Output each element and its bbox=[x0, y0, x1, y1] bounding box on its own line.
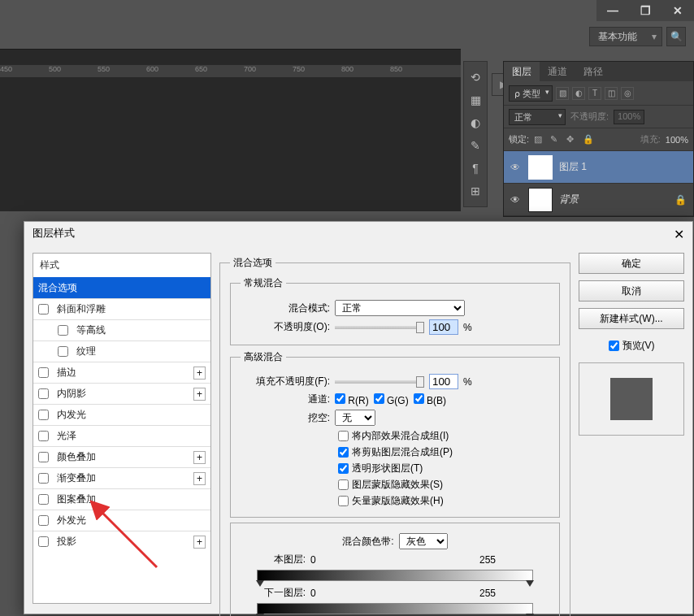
layer-item-background[interactable]: 👁 背景 🔒 bbox=[504, 184, 693, 216]
visibility-icon[interactable]: 👁 bbox=[510, 162, 522, 173]
style-inner-shadow[interactable]: 内阴影+ bbox=[33, 383, 210, 404]
add-stroke-button[interactable]: + bbox=[193, 367, 206, 380]
visibility-icon[interactable]: 👁 bbox=[510, 194, 522, 206]
channel-b-checkbox[interactable] bbox=[414, 393, 424, 404]
style-color-overlay[interactable]: 颜色叠加+ bbox=[33, 446, 210, 467]
ok-button[interactable]: 确定 bbox=[579, 253, 684, 274]
blend-if-select[interactable]: 灰色 bbox=[399, 533, 448, 549]
blend-mode-select[interactable]: 正常 bbox=[509, 109, 566, 125]
style-drop-shadow[interactable]: 投影+ bbox=[33, 531, 210, 552]
style-inner-glow-checkbox[interactable] bbox=[38, 410, 49, 420]
tab-channels[interactable]: 通道 bbox=[540, 62, 575, 81]
style-blend-options[interactable]: 混合选项 bbox=[33, 277, 210, 298]
style-color-overlay-label: 颜色叠加 bbox=[57, 450, 96, 464]
search-button[interactable]: 🔍 bbox=[666, 27, 686, 46]
opt-layer-mask-checkbox[interactable] bbox=[338, 479, 349, 490]
lock-all-icon[interactable]: 🔒 bbox=[583, 134, 594, 145]
lock-move-icon[interactable]: ✥ bbox=[566, 134, 578, 145]
filter-image-icon[interactable]: ▧ bbox=[556, 87, 569, 100]
style-inner-shadow-checkbox[interactable] bbox=[38, 388, 49, 399]
dialog-close-button[interactable]: ✕ bbox=[674, 227, 684, 242]
style-stroke[interactable]: 描边+ bbox=[33, 362, 210, 383]
style-satin-checkbox[interactable] bbox=[38, 431, 49, 441]
cancel-button[interactable]: 取消 bbox=[579, 280, 684, 301]
add-drop-shadow-button[interactable]: + bbox=[193, 536, 206, 549]
add-gradient-overlay-button[interactable]: + bbox=[193, 472, 206, 485]
channel-g-checkbox[interactable] bbox=[374, 393, 384, 404]
opacity-label: 不透明度: bbox=[570, 111, 609, 123]
tool-swatches-icon[interactable]: ▦ bbox=[465, 89, 486, 111]
style-gradient-overlay[interactable]: 渐变叠加+ bbox=[33, 467, 210, 488]
close-button[interactable]: ✕ bbox=[661, 0, 694, 21]
style-satin[interactable]: 光泽 bbox=[33, 425, 210, 446]
filter-shape-icon[interactable]: ◫ bbox=[605, 87, 618, 100]
style-gradient-overlay-checkbox[interactable] bbox=[38, 473, 49, 484]
add-inner-shadow-button[interactable]: + bbox=[193, 388, 206, 401]
minimize-button[interactable]: — bbox=[596, 0, 629, 21]
style-texture-label: 纹理 bbox=[76, 345, 96, 358]
lock-pixels-icon[interactable]: ▨ bbox=[534, 134, 545, 145]
style-inner-glow[interactable]: 内发光 bbox=[33, 404, 210, 425]
opt-inner-effects-checkbox[interactable] bbox=[338, 431, 349, 441]
style-pattern-overlay[interactable]: 图案叠加 bbox=[33, 488, 210, 510]
new-style-button[interactable]: 新建样式(W)... bbox=[579, 308, 684, 329]
tab-layers[interactable]: 图层 bbox=[504, 62, 540, 81]
channel-g[interactable]: G(G) bbox=[374, 393, 409, 406]
opt-vector-mask-checkbox[interactable] bbox=[338, 496, 349, 506]
fill-opacity-input[interactable] bbox=[429, 374, 458, 389]
tab-paths[interactable]: 路径 bbox=[575, 62, 611, 81]
layer-filter-kind[interactable]: ⍴ 类型 bbox=[509, 85, 553, 102]
preview-toggle[interactable]: 预览(V) bbox=[579, 339, 684, 353]
blending-options-legend: 混合选项 bbox=[230, 256, 275, 270]
blend-if-label: 混合颜色带: bbox=[342, 535, 393, 549]
blend-mode-select[interactable]: 正常 bbox=[335, 300, 465, 316]
under-layer-gradient[interactable] bbox=[257, 603, 533, 614]
tool-brush-icon[interactable]: ✎ bbox=[465, 135, 486, 156]
style-contour[interactable]: 等高线 bbox=[33, 319, 210, 341]
channel-r-checkbox[interactable] bbox=[335, 393, 345, 404]
style-pattern-overlay-checkbox[interactable] bbox=[38, 494, 49, 505]
preview-checkbox[interactable] bbox=[609, 341, 619, 351]
this-layer-gradient[interactable] bbox=[257, 570, 533, 581]
tool-adjust-icon[interactable]: ◐ bbox=[465, 112, 486, 133]
tool-prop-icon[interactable]: ⊞ bbox=[465, 180, 486, 202]
style-bevel[interactable]: 斜面和浮雕 bbox=[33, 298, 210, 319]
fill-opacity-slider[interactable] bbox=[335, 380, 424, 384]
style-bevel-checkbox[interactable] bbox=[38, 304, 49, 315]
channel-r[interactable]: R(R) bbox=[335, 393, 369, 406]
filter-smart-icon[interactable]: ◎ bbox=[621, 87, 634, 100]
opt-transparent-shape-checkbox[interactable] bbox=[338, 463, 349, 474]
layer-thumbnail[interactable] bbox=[528, 188, 553, 212]
style-texture[interactable]: 纹理 bbox=[33, 341, 210, 362]
style-contour-checkbox[interactable] bbox=[58, 325, 68, 336]
under-layer-lo: 0 bbox=[310, 588, 316, 599]
style-drop-shadow-checkbox[interactable] bbox=[38, 536, 49, 547]
style-stroke-checkbox[interactable] bbox=[38, 367, 49, 378]
tool-history-icon[interactable]: ⟲ bbox=[465, 67, 486, 88]
lock-paint-icon[interactable]: ✎ bbox=[550, 134, 562, 145]
opacity-input[interactable] bbox=[429, 319, 458, 335]
knockout-select[interactable]: 无 bbox=[335, 410, 375, 426]
ruler-mark: 500 bbox=[49, 65, 98, 73]
tool-char-icon[interactable]: ¶ bbox=[465, 158, 486, 179]
layer-item-1[interactable]: 👁 图层 1 bbox=[504, 151, 693, 184]
style-outer-glow[interactable]: 外发光 bbox=[33, 510, 210, 531]
opacity-value[interactable]: 100% bbox=[614, 110, 644, 124]
style-inner-glow-label: 内发光 bbox=[57, 408, 86, 422]
filter-type-icon[interactable]: T bbox=[588, 87, 601, 100]
filter-adjust-icon[interactable]: ◐ bbox=[572, 87, 585, 100]
lock-icon: 🔒 bbox=[674, 194, 687, 206]
style-color-overlay-checkbox[interactable] bbox=[38, 452, 49, 462]
opacity-slider[interactable] bbox=[335, 326, 424, 329]
style-outer-glow-checkbox[interactable] bbox=[38, 515, 49, 526]
layer-name[interactable]: 图层 1 bbox=[559, 160, 587, 174]
workspace-selector[interactable]: 基本功能 bbox=[589, 27, 662, 46]
maximize-button[interactable]: ❐ bbox=[629, 0, 661, 21]
style-texture-checkbox[interactable] bbox=[58, 346, 68, 357]
channel-b[interactable]: B(B) bbox=[414, 393, 446, 406]
fill-value[interactable]: 100% bbox=[666, 135, 688, 145]
layer-name[interactable]: 背景 bbox=[559, 193, 579, 206]
layer-thumbnail[interactable] bbox=[528, 155, 553, 180]
opt-clip-blend-checkbox[interactable] bbox=[338, 447, 349, 458]
add-color-overlay-button[interactable]: + bbox=[193, 451, 206, 464]
